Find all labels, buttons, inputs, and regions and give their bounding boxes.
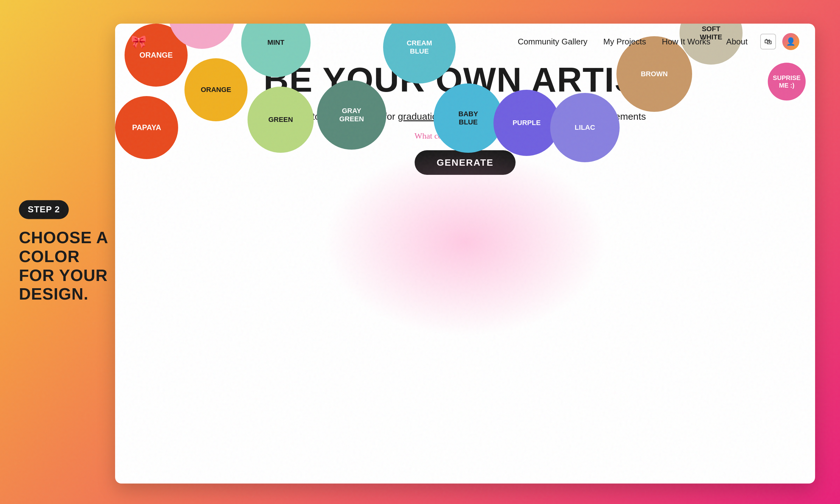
color-bubble-lilac[interactable]: LILAC: [550, 93, 620, 162]
surprise-me-button[interactable]: SUPRISE ME :): [768, 63, 806, 101]
content-area: SUPRISE ME :) BE YOUR OWN ARTIST. I want…: [115, 59, 815, 175]
color-bubble-green[interactable]: GREEN: [247, 87, 314, 153]
left-panel: STEP 2 CHOOSE A COLOR FOR YOUR DESIGN.: [19, 200, 114, 304]
nav-my-projects[interactable]: My Projects: [603, 37, 646, 47]
generate-button[interactable]: GENERATE: [415, 150, 516, 175]
nav-icons: 🛍 👤: [760, 33, 799, 50]
color-bubble-purple[interactable]: PURPLE: [494, 90, 560, 156]
user-avatar[interactable]: 👤: [782, 33, 799, 50]
navbar: 🎀 Community Gallery My Projects How It W…: [115, 24, 815, 59]
nav-about[interactable]: About: [726, 37, 748, 47]
main-window: 🎀 Community Gallery My Projects How It W…: [115, 24, 815, 484]
color-bubble-orange-med[interactable]: ORANGE: [185, 58, 247, 121]
step-badge: STEP 2: [19, 200, 69, 219]
nav-how-it-works[interactable]: How It Works: [662, 37, 710, 47]
color-bubble-baby-blue[interactable]: BABYBLUE: [433, 84, 503, 153]
cart-icon[interactable]: 🛍: [760, 34, 776, 50]
color-bubble-gray-green[interactable]: GRAYGREEN: [317, 80, 386, 150]
nav-community-gallery[interactable]: Community Gallery: [518, 37, 587, 47]
step-title: CHOOSE A COLOR FOR YOUR DESIGN.: [19, 228, 114, 304]
nav-links: Community Gallery My Projects How It Wor…: [518, 37, 748, 47]
logo: 🎀: [131, 34, 146, 49]
generate-btn-wrapper: GENERATE: [140, 150, 790, 175]
pink-glow: [323, 148, 607, 337]
color-bubble-papaya[interactable]: PAPAYA: [115, 96, 178, 159]
